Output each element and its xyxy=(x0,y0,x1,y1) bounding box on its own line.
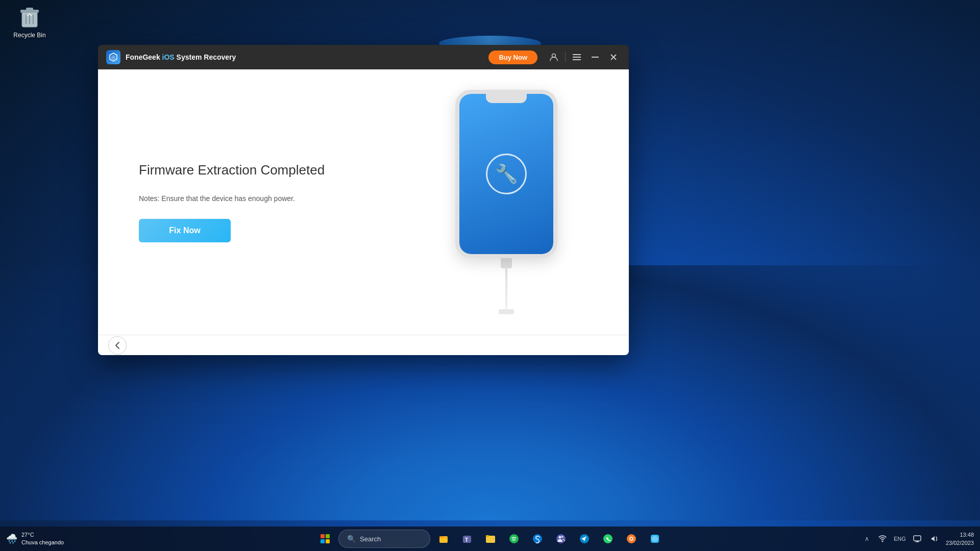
phone-body: 🔧 xyxy=(455,90,557,258)
app-logo xyxy=(106,50,120,64)
taskbar-fonegeek-icon[interactable] xyxy=(645,530,665,548)
clock-time: 13:48 xyxy=(946,531,974,539)
app-bottom-bar xyxy=(98,335,629,355)
buy-now-button[interactable]: Buy Now xyxy=(488,51,537,64)
taskbar-right: ∧ ENG xyxy=(872,531,974,547)
svg-point-30 xyxy=(881,541,883,542)
taskbar-center: 🔍 Search T xyxy=(108,530,872,548)
win-logo-red xyxy=(321,534,325,538)
taskbar-teams2-icon[interactable] xyxy=(551,530,571,548)
taskbar-whatsapp-icon[interactable] xyxy=(598,530,618,548)
svg-point-22 xyxy=(559,536,561,539)
title-bar-divider xyxy=(565,52,566,62)
taskbar-teams-icon[interactable]: T xyxy=(457,530,477,548)
app-window: FoneGeek iOS System Recovery Buy Now xyxy=(98,45,629,355)
display-icon[interactable] xyxy=(910,532,924,546)
app-title: FoneGeek iOS System Recovery xyxy=(126,53,483,61)
recycle-bin-graphic xyxy=(17,5,42,30)
phone-cable xyxy=(505,268,507,309)
taskbar-left: 🌧️ 27°C Chuva chegando xyxy=(6,531,108,547)
system-tray-expand[interactable]: ∧ xyxy=(863,533,871,544)
taskbar-telegram-icon[interactable] xyxy=(574,530,595,548)
weather-info: 27°C Chuva chegando xyxy=(21,531,64,547)
start-button[interactable] xyxy=(315,530,335,548)
svg-point-20 xyxy=(533,534,542,543)
app-content: Firmware Extraction Completed Notes: Ens… xyxy=(98,69,629,355)
taskbar-edge-icon[interactable] xyxy=(527,530,548,548)
search-bar[interactable]: 🔍 Search xyxy=(338,530,430,548)
recycle-bin-label: Recycle Bin xyxy=(13,32,45,39)
phone-connector xyxy=(501,258,512,268)
recycle-bin-icon[interactable]: Recycle Bin xyxy=(9,5,50,39)
system-tray: ENG xyxy=(875,532,942,546)
svg-rect-2 xyxy=(26,8,33,11)
taskbar-files-icon[interactable] xyxy=(433,530,454,548)
volume-icon[interactable] xyxy=(927,532,942,546)
search-label: Search xyxy=(360,535,381,543)
weather-icon: 🌧️ xyxy=(6,533,17,544)
back-button[interactable] xyxy=(108,336,127,355)
win-logo-green xyxy=(326,534,330,538)
weather-condition: Chuva chegando xyxy=(21,539,64,546)
title-bar: FoneGeek iOS System Recovery Buy Now xyxy=(98,45,629,69)
phone-illustration: 🔧 xyxy=(425,90,588,314)
wrench-icon: 🔧 xyxy=(495,163,518,185)
win-logo-yellow xyxy=(326,539,330,543)
close-button[interactable] xyxy=(606,50,621,64)
svg-text:T: T xyxy=(465,537,468,543)
phone-notch xyxy=(486,94,527,103)
search-icon: 🔍 xyxy=(347,535,356,543)
taskbar-blender-icon[interactable] xyxy=(621,530,642,548)
clock-display[interactable]: 13:48 23/02/2023 xyxy=(946,531,974,547)
app-left-panel: Firmware Extraction Completed Notes: Ens… xyxy=(139,162,404,242)
app-main-area: Firmware Extraction Completed Notes: Ens… xyxy=(98,69,629,335)
taskbar: 🌧️ 27°C Chuva chegando 🔍 Search xyxy=(0,527,980,551)
taskbar-explorer-icon[interactable] xyxy=(480,530,501,548)
svg-rect-31 xyxy=(914,536,921,541)
svg-point-23 xyxy=(561,536,564,538)
weather-temp: 27°C xyxy=(21,531,64,539)
windows-logo xyxy=(321,534,330,543)
menu-button[interactable] xyxy=(570,50,584,64)
phone-screen: 🔧 xyxy=(459,94,553,254)
network-icon[interactable] xyxy=(875,532,890,546)
fix-now-button[interactable]: Fix Now xyxy=(139,219,231,242)
cable-end xyxy=(499,309,514,314)
clock-date: 23/02/2023 xyxy=(946,539,974,547)
svg-rect-18 xyxy=(486,535,489,537)
wrench-circle: 🔧 xyxy=(486,154,527,194)
win-logo-blue xyxy=(321,539,325,543)
taskbar-spotify-icon[interactable] xyxy=(504,530,524,548)
minimize-button[interactable] xyxy=(588,50,602,64)
window-controls xyxy=(547,50,621,64)
language-indicator[interactable]: ENG xyxy=(893,532,907,546)
phone-container: 🔧 xyxy=(455,90,557,314)
svg-point-21 xyxy=(556,534,566,543)
user-account-button[interactable] xyxy=(547,50,561,64)
main-note: Notes: Ensure that the device has enough… xyxy=(139,194,404,203)
svg-point-28 xyxy=(630,538,632,540)
main-heading: Firmware Extraction Completed xyxy=(139,162,404,178)
